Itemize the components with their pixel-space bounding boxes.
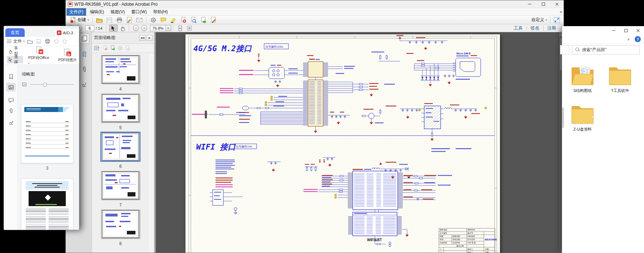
tab-tools[interactable]: 工具 xyxy=(510,25,526,31)
thumb-item-7[interactable]: 7 xyxy=(101,171,140,208)
pages-panel-button[interactable] xyxy=(79,34,89,44)
customize-button[interactable]: 自定义 ▾ xyxy=(529,16,548,24)
pdf-page-6[interactable]: 4G/5G M.2接口 位号编码:U30x WIFI 接口 位号编码:U4x xyxy=(185,34,500,253)
editor-redo-button[interactable] xyxy=(62,39,68,44)
pdf-to-image-button[interactable]: PDF转图片 xyxy=(56,48,79,63)
editor-undo-button[interactable] xyxy=(54,39,59,44)
tab-document[interactable]: P AIO-3 xyxy=(55,28,79,37)
attachments-button[interactable] xyxy=(6,106,16,115)
export-button[interactable] xyxy=(198,16,208,24)
label-smudge xyxy=(307,55,313,56)
slider-knob[interactable] xyxy=(43,83,47,87)
settings-button[interactable] xyxy=(148,16,158,24)
zoom-dropdown-icon[interactable]: ▾ xyxy=(165,25,171,31)
signatures-panel-button[interactable] xyxy=(79,79,89,89)
zoom-level-select[interactable]: 76.8% ▾ xyxy=(150,25,171,31)
ribbon-chevron-icon[interactable]: ∨ xyxy=(627,37,630,41)
menu-file[interactable]: 文件(F) xyxy=(66,8,86,16)
expand-panel-button[interactable] xyxy=(552,16,561,24)
hand-tool-button[interactable] xyxy=(118,25,127,31)
editor-thumb-page-4[interactable] xyxy=(21,179,73,230)
explorer-maximize-button[interactable] xyxy=(620,26,632,35)
thumb-page-4[interactable] xyxy=(101,55,140,84)
pdf-to-office-button[interactable]: PDF转Office ▾ xyxy=(28,46,51,65)
attachments-panel-button[interactable] xyxy=(79,64,89,74)
document-canvas[interactable]: 4G/5G M.2接口 位号编码:U30x WIFI 接口 位号编码:U4x xyxy=(156,32,564,253)
minimize-button[interactable] xyxy=(523,0,536,8)
save-button[interactable] xyxy=(104,16,114,24)
rotate-page-button[interactable] xyxy=(118,45,123,51)
menu-edit[interactable]: 编辑(E) xyxy=(87,8,107,16)
thumb-page-8[interactable] xyxy=(101,210,140,238)
comment-button[interactable] xyxy=(158,16,168,24)
folder-z-upan[interactable]: Z-U盘资料 xyxy=(568,103,597,132)
thumb-item-6[interactable]: 6 xyxy=(101,132,140,169)
comment-bubble-icon xyxy=(160,16,167,24)
tab-comment[interactable]: 注释 xyxy=(544,25,560,31)
extract-page-button[interactable] xyxy=(110,45,115,51)
comments-button[interactable] xyxy=(6,96,16,104)
thumb-item-8[interactable]: 8 xyxy=(101,210,140,246)
zoom-out-button[interactable]: − xyxy=(133,25,139,31)
editor-print-button[interactable] xyxy=(45,39,50,44)
thumbnails-button[interactable] xyxy=(6,83,16,92)
doc-search-button[interactable] xyxy=(188,16,198,24)
form-edit-button[interactable] xyxy=(208,16,218,24)
signature-stamp-icon xyxy=(8,120,14,125)
fit-page-button[interactable] xyxy=(185,25,194,31)
search-box[interactable]: 搜索“产品部” xyxy=(572,45,640,54)
help-icon[interactable]: ? xyxy=(635,36,641,42)
collapse-panel-button[interactable]: ◀◀ xyxy=(139,35,145,41)
folder-s-jiegou[interactable]: S结构图纸 xyxy=(568,65,597,93)
tab-sign[interactable]: 签名 xyxy=(527,25,543,31)
menu-window[interactable]: 窗口(W) xyxy=(128,8,149,16)
explorer-titlebar[interactable] xyxy=(562,26,644,35)
address-bar-fragment[interactable] xyxy=(560,45,569,54)
menu-help[interactable]: 帮助(H) xyxy=(150,8,171,16)
save-icon xyxy=(36,39,41,44)
delete-thumb-button[interactable] xyxy=(103,45,108,51)
delete-page-button[interactable] xyxy=(178,16,188,24)
thumb-page-6-selected[interactable] xyxy=(101,132,140,161)
select-tool-button[interactable] xyxy=(109,25,118,31)
thumbnail-options-button[interactable] xyxy=(94,46,100,51)
create-pdf-button[interactable]: 创建 ▾ xyxy=(68,16,90,24)
insert-page-button[interactable] xyxy=(125,45,130,51)
panel-menu-button[interactable]: ▶ xyxy=(147,35,153,41)
select-tool-button[interactable]: 选择 xyxy=(7,56,23,63)
editor-file-menu[interactable]: 文件 xyxy=(13,38,22,44)
signature-button[interactable] xyxy=(6,118,16,127)
maximize-button[interactable] xyxy=(536,0,550,8)
thumb-page-5[interactable] xyxy=(101,94,140,122)
email-button[interactable] xyxy=(134,16,144,24)
sign-stamp-button[interactable] xyxy=(124,16,134,24)
thumbnails-list[interactable]: 4 5 6 7 8 xyxy=(92,53,149,253)
thumb-number: 4 xyxy=(101,87,140,92)
editor-save-button[interactable] xyxy=(36,39,41,44)
highlight-button[interactable] xyxy=(168,16,178,24)
zoom-in-button[interactable]: + xyxy=(141,25,147,31)
bookmarks-panel-button[interactable] xyxy=(79,49,89,59)
tab-home[interactable]: 首页 xyxy=(5,28,25,37)
thumb-zoom-slider[interactable] xyxy=(30,84,74,85)
explorer-close-button[interactable] xyxy=(632,26,644,35)
acrobat-titlebar[interactable]: WTB-RK3588_V01.pdf - Adobe Acrobat Pro xyxy=(66,0,564,8)
scrolling-mode-button[interactable] xyxy=(176,25,184,31)
thumb-item-5[interactable]: 5 xyxy=(101,94,140,130)
thumb-item-4[interactable]: 4 xyxy=(101,55,140,92)
page-number-input[interactable] xyxy=(85,25,94,31)
explorer-minimize-button[interactable] xyxy=(608,26,620,35)
explorer-scrollbar-fragment[interactable] xyxy=(562,108,564,128)
open-file-button[interactable] xyxy=(94,16,104,24)
bookmarks-button[interactable] xyxy=(6,72,16,81)
print-button[interactable] xyxy=(114,16,124,24)
folder-t-gongju[interactable]: T工具软件 xyxy=(605,65,635,93)
svg-text:制图:: 制图: xyxy=(440,235,444,237)
editor-open-button[interactable] xyxy=(27,39,33,44)
thumb-page-7[interactable] xyxy=(101,171,140,200)
hamburger-menu-icon[interactable] xyxy=(7,40,11,43)
menu-view[interactable]: 视图(V) xyxy=(108,8,128,16)
close-button[interactable] xyxy=(550,0,564,8)
editor-thumb-page-3[interactable]: . . · · xyxy=(21,104,73,163)
menu-overflow-icon[interactable]: » xyxy=(560,9,562,14)
